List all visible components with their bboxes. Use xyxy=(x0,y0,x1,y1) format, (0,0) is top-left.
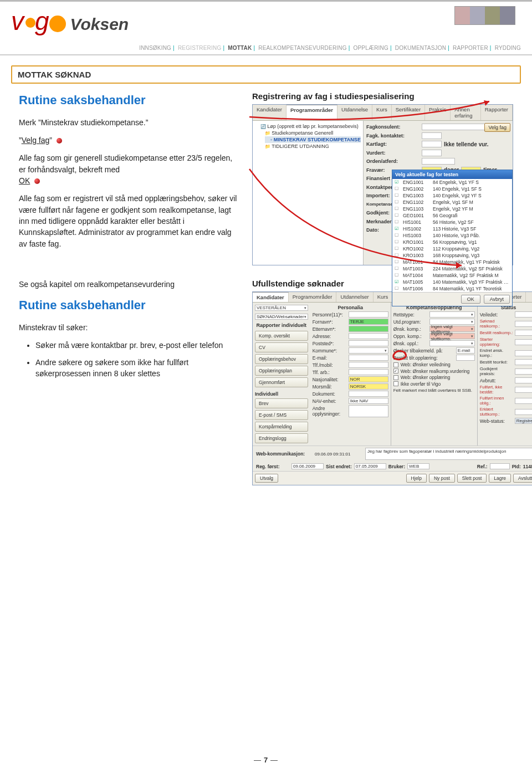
logo-vigo-voksen: v g Voksen xyxy=(11,6,521,36)
tab-kandidater[interactable]: Kandidater xyxy=(253,105,287,120)
velg-fag-popup: Velg aktuelle fag for testen ENG100184 E… xyxy=(392,170,513,306)
tab-sertifikater[interactable]: Sertifikater xyxy=(392,105,425,120)
tab-rapporter[interactable]: Rapporter xyxy=(481,105,513,120)
bottom-button-bar: Utvalg Hjelp Ny post Slett post Lagre Av… xyxy=(253,471,532,485)
subject-row[interactable]: MAT1003224 Matematikk, Vg2 SF Praktisk xyxy=(392,265,512,272)
header-thumbnails xyxy=(454,6,515,25)
subject-row[interactable]: ENG1102Engelsk, Vg1 SF M xyxy=(392,199,512,206)
subject-row[interactable]: ENG1002140 Engelsk, Vg1 SF S xyxy=(392,186,512,192)
checkbox[interactable] xyxy=(393,381,398,386)
btn-gjennomfort[interactable]: Gjennomført xyxy=(255,377,308,387)
tree-pane[interactable]: Løp (opprett ett løp pr. kompetansebevis… xyxy=(253,121,364,265)
btn-utvalg[interactable]: Utvalg xyxy=(255,474,278,483)
btn-hjelp[interactable]: Hjelp xyxy=(406,474,427,483)
subject-row[interactable]: HIS100156 Historie, Vg2 SF xyxy=(392,219,512,226)
btn-lagre[interactable]: Lagre xyxy=(489,474,511,483)
subject-row[interactable]: HIS1003140 Historie, Vg3 Påb. xyxy=(392,232,512,239)
popup-title: Velg aktuelle fag for testen xyxy=(392,170,512,179)
btn-endringslogg[interactable]: Endringslogg xyxy=(255,433,308,443)
btn-cv[interactable]: CV xyxy=(255,342,308,352)
subject-row[interactable]: MAT100684 Matematikk, Vg1 YF Teoretisk xyxy=(392,285,512,292)
subject-row[interactable]: MAT100184 Matematikk, Vg1 YF Praktisk xyxy=(392,259,512,265)
tab-kurs[interactable]: Kurs xyxy=(372,105,392,120)
page-number: —7— xyxy=(252,756,280,764)
subject-row[interactable]: ENG1103Engelsk, Vg2 YF M xyxy=(392,206,512,212)
app-screenshot-1: Kandidater Programområder Utdannelse Kur… xyxy=(252,104,513,265)
tree-node[interactable]: TIDLIGERE UTDANNING xyxy=(259,143,361,150)
subject-row[interactable]: MAT1004Matematikk, Vg2 SF Praktisk M xyxy=(392,272,512,279)
checkbox[interactable]: ✓ xyxy=(393,368,398,373)
tree-root[interactable]: Løp (opprett ett løp pr. kompetansebevis… xyxy=(255,123,361,130)
logo-o-icon xyxy=(49,16,66,32)
btn-epost-sms[interactable]: E-post / SMS xyxy=(255,410,308,420)
fagk-kontaktet-field[interactable] xyxy=(422,132,442,139)
subject-row[interactable]: ENG1003140 Engelsk, Vg2 YF S xyxy=(392,192,512,199)
kompetanse-group: Kompetanse/opplæring Rettstype: Utd.prog… xyxy=(391,303,478,446)
region-combo[interactable]: VESTERÅLEN xyxy=(255,305,308,311)
bullet-slettes: Andre søkere og søkere som ikke har full… xyxy=(35,357,238,380)
page-header: v g Voksen INNSØKING| REGISTRERING| MOTT… xyxy=(0,0,532,55)
section-title-bar: MOTTAK SØKNAD xyxy=(11,65,521,84)
red-marker-icon xyxy=(57,138,62,144)
btn-opplaeringsplan[interactable]: Opplæringsplan xyxy=(255,366,308,376)
rutine-text-1: Rutine saksbehandler Merk ”Minstekrav st… xyxy=(19,91,238,256)
status-group: Status Veiledet: Søknad realkomp.: Besti… xyxy=(478,303,532,446)
red-marker-icon xyxy=(34,178,40,184)
tab-utdannelse[interactable]: Utdannelse xyxy=(337,105,372,120)
sidebar-buttons: VESTERÅLEN SØKNAD/Websøknader Rapporter … xyxy=(253,303,310,446)
subject-row[interactable]: MAT1005140 Matematikk, Vg3 YF Praktisk P… xyxy=(392,279,512,285)
bullet-kontaktbar: Søker må være kontaktbar pr. brev, e-pos… xyxy=(35,340,238,351)
velg-fag-link: Velg fag xyxy=(22,136,50,145)
app-screenshot-2: Kandidater Programområder Utdannelser Ku… xyxy=(252,291,532,485)
heading-rutine-2: Rutine saksbehandler xyxy=(19,296,238,314)
checkbox[interactable] xyxy=(393,375,398,380)
subject-row[interactable]: HIS1002113 Historie, Vg3 SF xyxy=(392,226,512,232)
tree-node[interactable]: Studiekompetanse Generell xyxy=(259,130,361,136)
btn-opplaeringsbehov[interactable]: Opplæringsbehov xyxy=(255,354,308,364)
logo-dot-icon xyxy=(25,18,35,28)
btn-slett-post[interactable]: Slett post xyxy=(457,474,487,483)
subject-row[interactable]: KRO100156 Kroppsøving, Vg1 xyxy=(392,239,512,245)
form-pane: Velg fag Fagkonsulent: Fagk. kontaktet: … xyxy=(364,121,513,265)
breadcrumb: INNSØKING| REGISTRERING| MOTTAK| REALKOM… xyxy=(139,45,521,51)
app1-tabs: Kandidater Programområder Utdannelse Kur… xyxy=(253,105,513,121)
popup-ok-button[interactable]: OK xyxy=(461,295,480,304)
tab-annen-erfaring[interactable]: Annen erfaring xyxy=(451,105,481,120)
subject-row[interactable]: ENG100184 Engelsk, Vg1 YF S xyxy=(392,179,512,186)
tab-programomrader[interactable]: Programområder xyxy=(287,105,337,120)
section-title: MOTTAK SØKNAD xyxy=(18,70,514,79)
tab-kandidater[interactable]: Kandidater xyxy=(253,292,289,302)
ok-link: OK xyxy=(19,176,30,185)
filter-combo[interactable]: SØKNAD/Websøknader xyxy=(255,314,308,320)
btn-ny-post[interactable]: Ny post xyxy=(429,474,455,483)
btn-brev[interactable]: Brev xyxy=(255,398,308,408)
btn-avslutt[interactable]: Avslutt xyxy=(513,474,532,483)
screenshot1-title: Registrering av fag i studiespesialiseri… xyxy=(252,91,513,101)
personalia-group: Personalia Personnr(11)*: Fornavn*:TERJE… xyxy=(310,303,391,446)
subject-row[interactable]: KRO1002112 Kroppsøving, Vg2 xyxy=(392,245,512,252)
subject-row[interactable]: KRO1003168 Kroppsøving, Vg3 xyxy=(392,252,512,259)
velg-fag-button[interactable]: Velg fag xyxy=(484,123,510,132)
heading-rutine-1: Rutine saksbehandler xyxy=(19,91,238,109)
btn-korsparm[interactable]: Korspårmelding xyxy=(255,422,308,432)
subject-row[interactable]: GEO100156 Geografi xyxy=(392,212,512,219)
checkbox[interactable] xyxy=(393,362,398,367)
btn-komp-oversikt[interactable]: Komp. oversikt xyxy=(255,331,308,341)
popup-cancel-button[interactable]: Avbryt xyxy=(484,295,510,304)
web-kommentar-field[interactable]: Jeg har fagbrev som fagoperatør i indust… xyxy=(365,448,532,460)
tree-node-selected[interactable]: ◦ MINSTEKRAV STUDIEKOMPETANSE xyxy=(265,136,361,143)
tab-praksis[interactable]: Praksis xyxy=(425,105,451,120)
